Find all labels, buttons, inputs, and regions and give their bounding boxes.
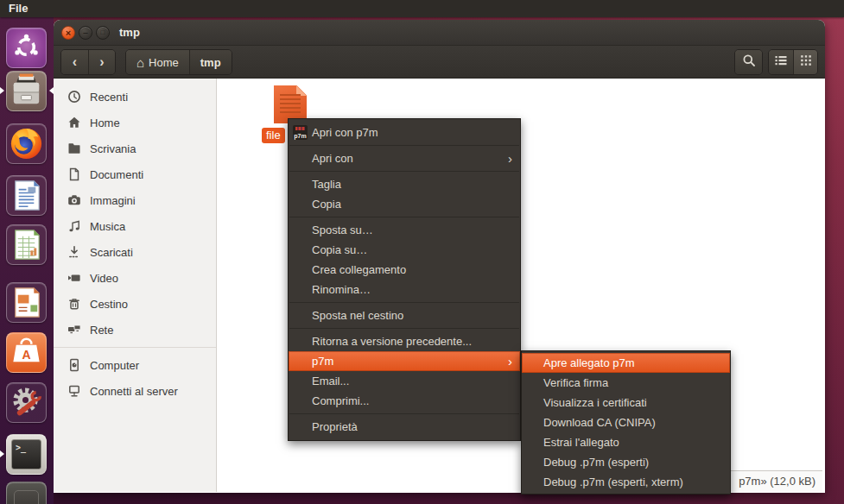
sidebar-item-label: Scrivania [90, 142, 136, 155]
sidebar-item-label: Cestino [90, 298, 128, 311]
menu-item-label: Taglia [312, 178, 341, 191]
sidebar-item-label: Computer [90, 359, 139, 372]
close-button[interactable]: × [61, 26, 75, 40]
sidebar-item-computer[interactable]: Computer [54, 352, 216, 378]
submenu-arrow-icon: › [508, 148, 512, 168]
menu-item-label: Proprietà [312, 420, 358, 433]
sidebar-item-documenti[interactable]: Documenti [54, 161, 216, 187]
p7m-submenu: Apre allegato p7mVerifica firmaVisualizz… [521, 350, 731, 495]
sidebar-item-label: Scaricati [90, 246, 133, 259]
menu-item-label: Copia [312, 198, 341, 211]
menu-item-copia[interactable]: Copia [289, 194, 520, 214]
menu-item-taglia[interactable]: Taglia [289, 174, 520, 194]
camera-icon [67, 193, 81, 207]
libreoffice-impress-icon[interactable] [6, 282, 47, 323]
global-menubar: File [0, 0, 844, 17]
files-icon[interactable] [6, 71, 47, 111]
menu-separator [289, 145, 519, 146]
grid-view-icon [799, 54, 813, 71]
menu-item-label: Rinomina… [312, 283, 371, 296]
libreoffice-calc-icon[interactable] [6, 224, 47, 265]
sidebar-item-label: Video [90, 272, 118, 285]
breadcrumb-home-label: Home [149, 56, 179, 69]
list-view-button[interactable] [769, 50, 793, 74]
sidebar-item-label: Home [90, 117, 120, 129]
sidebar-item-rete[interactable]: Rete [54, 317, 216, 343]
menu-item-crea-collegamento[interactable]: Crea collegamento [289, 260, 520, 280]
ubuntu-dash-icon[interactable] [6, 28, 47, 68]
sidebar-item-immagini[interactable]: Immagini [54, 187, 216, 213]
sidebar-separator [54, 347, 216, 348]
menu-item-label: Ritorna a versione precedente... [312, 335, 472, 348]
folder-icon [67, 142, 81, 155]
minimize-button[interactable]: − [79, 26, 92, 40]
menu-item-estrai-l-allegato[interactable]: Estrai l'allegato [522, 432, 730, 452]
menu-item-sposta-nel-cestino[interactable]: Sposta nel cestino [289, 306, 520, 325]
menu-item-verifica-firma[interactable]: Verifica firma [522, 373, 730, 393]
archive-box-icon[interactable] [6, 482, 47, 504]
menu-item-label: Verifica firma [543, 376, 608, 389]
menu-item-download-ca-cnipa[interactable]: Download CA (CNIPA) [522, 413, 730, 432]
computer-icon [67, 358, 81, 372]
back-button[interactable]: ‹ [61, 50, 88, 74]
list-view-icon [774, 54, 788, 71]
sidebar-item-label: Immagini [90, 194, 136, 207]
breadcrumb-current[interactable]: tmp [189, 50, 232, 74]
maximize-button[interactable]: □ [96, 26, 110, 40]
search-button[interactable] [735, 50, 762, 74]
sidebar-item-label: Recenti [90, 91, 128, 104]
video-icon [67, 271, 81, 285]
forward-button[interactable]: › [88, 50, 115, 74]
menu-item-label: Download CA (CNIPA) [543, 416, 656, 429]
trash-icon [67, 297, 81, 311]
menu-item-proprieta[interactable]: Proprietà [289, 417, 520, 437]
menu-item-label: Debug .p7m (esperti, xterm) [543, 476, 683, 488]
sidebar-item-home[interactable]: Home [54, 110, 216, 135]
breadcrumb: ⌂ Home tmp [125, 49, 232, 75]
p7m-badge-text: p7m [294, 133, 306, 139]
home-icon: ⌂ [136, 56, 144, 69]
menu-item-label: Sposta nel cestino [312, 309, 403, 322]
menu-item-label: p7m [312, 355, 333, 368]
menu-item-comprimi[interactable]: Comprimi... [289, 391, 520, 411]
menu-item-ritorna-a-versione-precedente[interactable]: Ritorna a versione precedente... [289, 331, 520, 351]
view-toggle [768, 49, 818, 75]
files-running-indicator [0, 87, 4, 94]
sidebar-item-cestino[interactable]: Cestino [54, 291, 216, 317]
sidebar-item-connetti-al-server[interactable]: Connetti al server [54, 378, 216, 404]
terminal-screen: >_ [11, 439, 41, 469]
grid-view-button[interactable] [793, 50, 817, 74]
breadcrumb-home[interactable]: ⌂ Home [126, 50, 189, 74]
menu-item-sposta-su[interactable]: Sposta su… [289, 220, 520, 240]
sidebar-item-musica[interactable]: Musica [54, 213, 216, 239]
menubar-item-file[interactable]: File [9, 0, 28, 17]
menu-separator [289, 217, 519, 217]
ubuntu-software-icon[interactable]: A [6, 332, 47, 373]
search-icon [742, 54, 756, 71]
window-title: tmp [119, 20, 140, 46]
sidebar-list: RecentiHomeScrivaniaDocumentiImmaginiMus… [54, 84, 216, 404]
sidebar-item-label: Documenti [90, 168, 143, 181]
system-settings-icon[interactable] [6, 382, 47, 423]
sidebar-item-scrivania[interactable]: Scrivania [54, 135, 216, 161]
menu-item-email[interactable]: Email... [289, 371, 520, 391]
sidebar-item-scaricati[interactable]: Scaricati [54, 239, 216, 265]
menu-item-visualizza-i-certificati[interactable]: Visualizza i certificati [522, 393, 730, 413]
menu-item-copia-su[interactable]: Copia su… [289, 240, 520, 260]
menu-item-apri-con-p7m[interactable]: p7mApri con p7m [289, 123, 520, 142]
menu-item-label: Estrai l'allegato [543, 436, 619, 449]
menu-item-debug-p7m-esperti[interactable]: Debug .p7m (esperti) [522, 452, 730, 472]
menu-item-apre-allegato-p7m[interactable]: Apre allegato p7m [522, 353, 730, 373]
titlebar[interactable]: × − □ tmp [54, 20, 825, 46]
menu-item-debug-p7m-esperti-xterm[interactable]: Debug .p7m (esperti, xterm) [522, 472, 730, 492]
libreoffice-writer-icon[interactable] [6, 175, 47, 216]
menu-item-apri-con[interactable]: Apri con› [289, 148, 520, 168]
firefox-icon[interactable] [6, 123, 47, 164]
terminal-prompt: >_ [12, 440, 41, 452]
sidebar-item-recenti[interactable]: Recenti [54, 84, 216, 110]
music-icon [67, 219, 81, 233]
sidebar-item-video[interactable]: Video [54, 265, 216, 291]
menu-item-rinomina[interactable]: Rinomina… [289, 280, 520, 299]
terminal-icon[interactable]: >_ [6, 434, 47, 475]
menu-item-p7m[interactable]: p7m› [289, 351, 520, 371]
